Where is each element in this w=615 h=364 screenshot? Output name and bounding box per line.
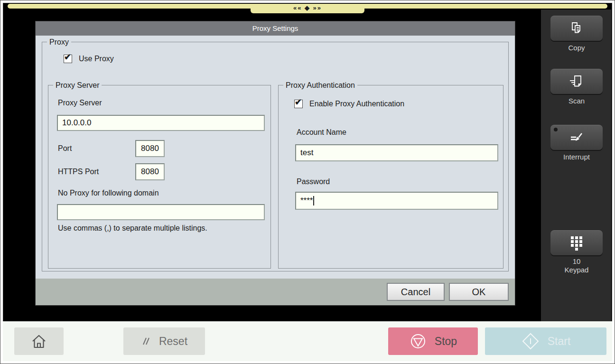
start-icon: [521, 332, 540, 351]
stop-button[interactable]: Stop: [388, 327, 478, 355]
scan-button[interactable]: [550, 69, 603, 94]
checkmark-icon: ✔: [295, 97, 302, 107]
handle-glyphs-icon: «« ◆ »»: [293, 4, 322, 11]
interrupt-icon: [569, 131, 584, 144]
port-value: 8080: [141, 144, 159, 153]
enable-auth-label: Enable Proxy Authentication: [309, 100, 404, 108]
top-handle-tab[interactable]: «« ◆ »»: [251, 4, 364, 13]
dialog-title: Proxy Settings: [252, 24, 298, 32]
password-masked-value: ****: [300, 196, 313, 205]
reset-button-label: Reset: [159, 335, 187, 348]
numeric-keypad-icon: [570, 235, 583, 251]
no-proxy-input[interactable]: [57, 204, 265, 220]
https-port-value: 8080: [141, 167, 159, 177]
scan-icon: [569, 75, 584, 89]
enable-auth-row: ✔ Enable Proxy Authentication: [294, 100, 404, 108]
copy-button-label: Copy: [541, 44, 612, 52]
copy-button[interactable]: [550, 16, 603, 41]
text-caret: [313, 196, 314, 205]
proxy-group: Proxy ✔ Use Proxy Proxy Server Proxy Ser…: [42, 42, 509, 271]
proxy-auth-legend: Proxy Authentication: [283, 81, 357, 90]
proxy-server-group: Proxy Server Proxy Server 10.0.0.0 Port …: [48, 85, 271, 269]
dialog-title-bar: Proxy Settings: [36, 21, 515, 36]
proxy-auth-group: Proxy Authentication ✔ Enable Proxy Auth…: [278, 85, 503, 269]
proxy-server-input[interactable]: 10.0.0.0: [57, 115, 265, 131]
comma-hint-text: Use commas (,) to separate multiple list…: [58, 224, 207, 233]
password-label: Password: [297, 177, 330, 186]
device-screen: «« ◆ »» Proxy Settings Proxy ✔ Use Proxy…: [0, 0, 615, 364]
https-port-input[interactable]: 8080: [135, 163, 165, 180]
proxy-group-legend: Proxy: [47, 37, 71, 47]
reset-button[interactable]: Reset: [123, 327, 205, 355]
dialog-footer: Cancel OK: [36, 279, 515, 305]
ok-button[interactable]: OK: [449, 283, 509, 301]
https-port-label: HTTPS Port: [58, 163, 99, 180]
use-proxy-row: ✔ Use Proxy: [64, 55, 114, 63]
use-proxy-label: Use Proxy: [79, 55, 114, 63]
copy-icon: [569, 21, 584, 36]
account-name-value: test: [300, 148, 313, 158]
dialog-body: Proxy ✔ Use Proxy Proxy Server Proxy Ser…: [36, 36, 515, 279]
enable-auth-checkbox[interactable]: ✔: [294, 100, 303, 108]
interrupt-button-label: Interrupt: [541, 153, 612, 161]
port-input[interactable]: 8080: [135, 140, 165, 157]
use-proxy-checkbox[interactable]: ✔: [64, 55, 72, 63]
scan-button-label: Scan: [541, 97, 612, 105]
home-icon: [30, 333, 48, 350]
account-name-input[interactable]: test: [295, 144, 498, 161]
hard-key-bar: Reset Stop Start: [3, 321, 612, 361]
ten-keypad-button-label: 10 Keypad: [541, 257, 612, 274]
password-input[interactable]: ****: [295, 192, 498, 210]
port-label: Port: [58, 140, 72, 157]
stop-icon: [409, 332, 427, 350]
home-button[interactable]: [14, 327, 64, 355]
start-button[interactable]: Start: [485, 327, 606, 355]
interrupt-button[interactable]: [550, 125, 603, 150]
proxy-settings-dialog: Proxy Settings Proxy ✔ Use Proxy Proxy S…: [36, 21, 515, 305]
cancel-button[interactable]: Cancel: [387, 283, 445, 301]
function-key-sidebar: Copy Scan: [541, 9, 611, 321]
interrupt-led-indicator: [554, 128, 558, 131]
start-button-label: Start: [548, 335, 571, 348]
proxy-server-value: 10.0.0.0: [62, 118, 91, 128]
proxy-server-label: Proxy Server: [58, 99, 102, 107]
no-proxy-label: No Proxy for following domain: [58, 189, 159, 197]
ten-keypad-button[interactable]: [550, 230, 603, 255]
stop-button-label: Stop: [435, 335, 457, 348]
proxy-server-legend: Proxy Server: [53, 81, 102, 90]
checkmark-icon: ✔: [64, 52, 71, 62]
account-name-label: Account Name: [297, 128, 346, 137]
reset-slashes-icon: [141, 336, 151, 347]
